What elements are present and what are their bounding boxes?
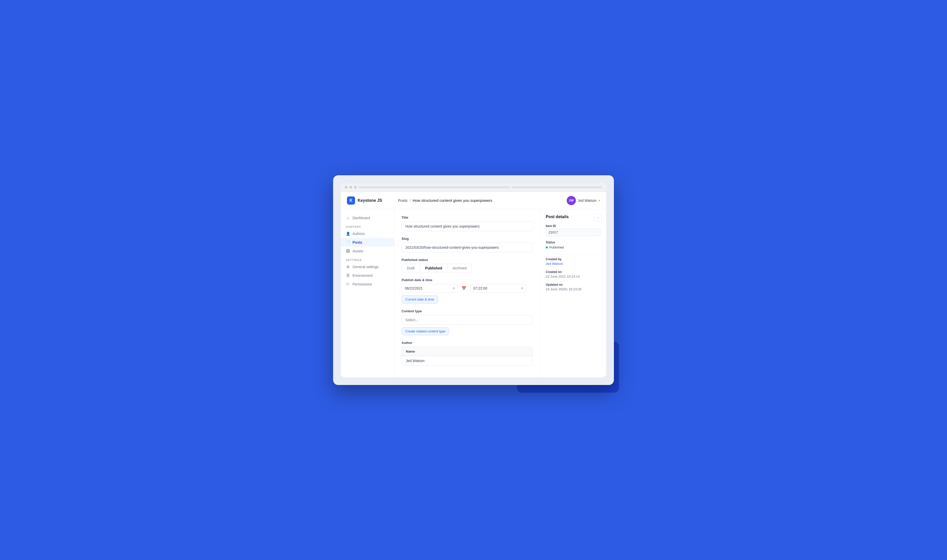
- sidebar-item-authors[interactable]: 👤 Authors: [341, 229, 394, 238]
- sidebar-item-assets[interactable]: 🖼 Assets: [341, 247, 394, 255]
- content-type-input[interactable]: [402, 315, 533, 325]
- avatar: JW: [567, 196, 576, 205]
- sidebar-permissions-label: Permissions: [353, 282, 372, 286]
- created-on-value: 22 June 2021 15:14:14: [546, 274, 601, 278]
- sidebar-authors-label: Authors: [353, 232, 365, 236]
- slug-input[interactable]: [402, 243, 533, 252]
- server-icon: 🗄: [346, 274, 350, 278]
- status-dot: [546, 246, 548, 249]
- published-status-field-group: Published status Draft Published Archive…: [402, 258, 533, 272]
- breadcrumb-parent[interactable]: Posts: [398, 198, 408, 203]
- sidebar-assets-label: Assets: [353, 249, 363, 253]
- app-body: ⌂ Dashboard CONTENT 👤 Authors 📄 Posts 🖼 …: [341, 209, 606, 377]
- app-container: K Keystone JS Posts / How structured con…: [341, 192, 606, 377]
- sidebar-posts-label: Posts: [353, 240, 362, 245]
- status-badge: Published: [546, 245, 564, 249]
- updated-on-field: Updated on 24 June 20201 16:23:35: [546, 283, 601, 291]
- time-input-wrap: ✕: [470, 284, 526, 292]
- create-related-content-type-button[interactable]: Create related content type: [402, 327, 449, 335]
- browser-url-bar: [359, 186, 510, 188]
- sidebar-dashboard-label: Dashboard: [353, 216, 370, 220]
- sidebar: ⌂ Dashboard CONTENT 👤 Authors 📄 Posts 🖼 …: [341, 209, 394, 377]
- author-field-group: Author Name Jed Watson: [402, 341, 533, 366]
- sidebar-section-content: CONTENT: [341, 222, 394, 229]
- panel-collapse-button[interactable]: ›: [594, 214, 602, 221]
- panel-divider-1: [546, 254, 601, 254]
- datetime-row: ✕ 📅 ✕ Current date & time: [402, 284, 533, 304]
- sidebar-item-permissions[interactable]: 🛡 Permissions: [341, 280, 394, 289]
- browser-chrome: [341, 183, 606, 192]
- chevron-down-icon: ▾: [599, 199, 600, 202]
- created-on-label: Created on: [546, 270, 601, 274]
- right-panel: › Post details Item ID 21017 Status Publ…: [540, 209, 606, 377]
- item-id-label: Item ID: [546, 224, 601, 228]
- status-tabs: Draft Published Archived: [402, 264, 472, 272]
- time-input[interactable]: [470, 284, 526, 292]
- gear-icon: ⚙: [346, 265, 350, 269]
- author-label: Author: [402, 341, 533, 345]
- updated-on-value: 24 June 20201 16:23:35: [546, 287, 601, 291]
- outer-window: K Keystone JS Posts / How structured con…: [333, 175, 614, 385]
- browser-dot-1: [345, 186, 347, 189]
- date-input[interactable]: [402, 284, 458, 292]
- sidebar-item-posts[interactable]: 📄 Posts: [341, 238, 394, 247]
- user-name: Jed Watson: [578, 198, 596, 203]
- sidebar-item-general-settings[interactable]: ⚙ General settings: [341, 263, 394, 271]
- title-label: Title: [402, 215, 533, 219]
- user-menu[interactable]: JW Jed Watson ▾: [567, 196, 600, 205]
- status-tab-draft[interactable]: Draft: [402, 264, 420, 272]
- breadcrumb-separator: /: [410, 198, 411, 203]
- current-datetime-button[interactable]: Current date & time: [402, 295, 438, 304]
- item-id-field: Item ID 21017: [546, 224, 601, 236]
- shield-icon: 🛡: [346, 282, 350, 286]
- date-clear-button[interactable]: ✕: [452, 286, 455, 290]
- author-table: Name Jed Watson: [402, 347, 533, 366]
- status-tab-published[interactable]: Published: [420, 264, 448, 272]
- author-table-header: Name: [402, 347, 533, 356]
- sidebar-item-environment[interactable]: 🗄 Environment: [341, 271, 394, 280]
- slug-label: Slug: [402, 237, 533, 241]
- title-field-group: Title: [402, 215, 533, 231]
- title-input[interactable]: [402, 222, 533, 231]
- home-icon: ⌂: [346, 216, 350, 220]
- content-type-field-group: Content type Create related content type: [402, 309, 533, 335]
- created-by-value[interactable]: Jed Watson: [546, 262, 601, 266]
- sidebar-section-settings: SETTINGS: [341, 255, 394, 263]
- publish-datetime-field-group: Publish date & time ✕ 📅 ✕ Curren: [402, 278, 533, 304]
- logo-icon: K: [347, 197, 355, 205]
- form-section: Title Slug Published status Draft Publis…: [402, 215, 533, 366]
- sidebar-item-dashboard[interactable]: ⌂ Dashboard: [341, 214, 394, 222]
- table-row: Jed Watson: [402, 356, 533, 365]
- breadcrumb: Posts / How structured content gives you…: [398, 198, 567, 203]
- published-status-label: Published status: [402, 258, 533, 262]
- breadcrumb-current: How structured content gives you superpo…: [413, 198, 493, 203]
- browser-dot-2: [350, 186, 352, 189]
- app-header: K Keystone JS Posts / How structured con…: [341, 192, 606, 209]
- created-by-field: Created by Jed Watson: [546, 257, 601, 266]
- updated-on-label: Updated on: [546, 283, 601, 286]
- status-tab-archived[interactable]: Archived: [448, 264, 471, 272]
- created-on-field: Created on 22 June 2021 15:14:14: [546, 270, 601, 278]
- slug-field-group: Slug: [402, 237, 533, 252]
- logo-area: K Keystone JS: [347, 197, 398, 205]
- status-field: Status Published: [546, 241, 601, 249]
- sidebar-environment-label: Environment: [353, 274, 373, 278]
- sidebar-general-settings-label: General settings: [353, 265, 379, 269]
- document-icon: 📄: [346, 240, 350, 245]
- person-icon: 👤: [346, 232, 350, 236]
- publish-datetime-label: Publish date & time: [402, 278, 533, 282]
- time-clear-button[interactable]: ✕: [521, 286, 524, 290]
- browser-bar-2: [511, 186, 602, 188]
- created-by-label: Created by: [546, 257, 601, 261]
- content-area: Title Slug Published status Draft Publis…: [394, 209, 540, 377]
- panel-title: Post details: [546, 215, 601, 219]
- status-label: Status: [546, 241, 601, 244]
- status-value: Published: [549, 245, 564, 249]
- browser-dot-3: [354, 186, 357, 189]
- image-icon: 🖼: [346, 249, 350, 253]
- item-id-value: 21017: [546, 229, 601, 236]
- date-input-wrap: ✕: [402, 284, 458, 292]
- content-type-label: Content type: [402, 309, 533, 313]
- calendar-icon-button[interactable]: 📅: [460, 285, 467, 292]
- logo-text: Keystone JS: [357, 198, 382, 203]
